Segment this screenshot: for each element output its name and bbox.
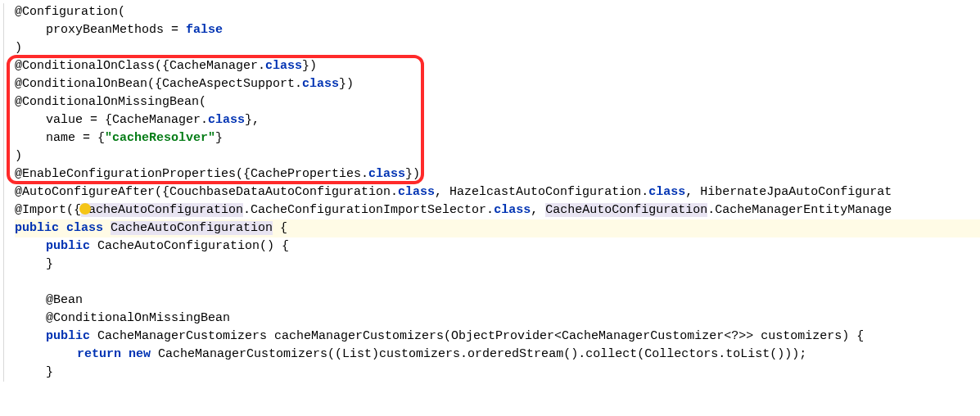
class-declaration-line[interactable]: public class CacheAutoConfiguration { <box>15 219 980 237</box>
keyword-public: public <box>15 221 59 235</box>
code-line[interactable]: @ConditionalOnMissingBean <box>15 310 980 328</box>
highlighted-usage: CacheAutoConfiguration <box>545 203 707 217</box>
keyword-class: class <box>398 185 435 199</box>
code-line[interactable]: @ConditionalOnBean({CacheAspectSupport.c… <box>15 75 980 93</box>
code-line[interactable]: } <box>15 255 980 274</box>
code-line[interactable]: return new CacheManagerCustomizers((List… <box>15 346 980 364</box>
annotation-bean: @Bean <box>46 293 83 307</box>
fold-gutter[interactable] <box>0 3 8 382</box>
class-name-declaration: CacheAutoConfiguration <box>111 221 273 235</box>
blank-line[interactable] <box>15 274 980 292</box>
code-line[interactable]: ) <box>15 147 980 165</box>
annotation-conditional-on-missing-bean: @ConditionalOnMissingBean <box>46 311 230 325</box>
code-line[interactable]: public CacheAutoConfiguration() { <box>15 237 980 255</box>
code-editor[interactable]: @Configuration( proxyBeanMethods = false… <box>0 0 980 385</box>
code-line[interactable]: public CacheManagerCustomizers cacheMana… <box>15 328 980 346</box>
code-line[interactable]: @Configuration( <box>15 3 980 21</box>
keyword-class: class <box>494 203 531 217</box>
annotation-conditional-on-bean: @ConditionalOnBean({CacheAspectSupport. <box>15 77 302 91</box>
fold-indicator-line <box>3 3 4 382</box>
annotation-configuration: @Configuration( <box>15 5 125 19</box>
annotation-autoconfigure-after: @AutoConfigureAfter({CouchbaseDataAutoCo… <box>15 185 398 199</box>
code-line[interactable]: @Import({CacheAutoConfiguration.CacheCon… <box>15 201 980 219</box>
lightbulb-icon[interactable] <box>79 203 91 215</box>
keyword-public: public <box>46 329 90 343</box>
code-line[interactable]: @ConditionalOnMissingBean( <box>15 93 980 111</box>
keyword-class: class <box>208 113 245 127</box>
annotation-conditional-on-missing-bean: @ConditionalOnMissingBean( <box>15 95 206 109</box>
keyword-class: class <box>302 77 339 91</box>
string-literal: "cacheResolver" <box>105 131 215 145</box>
annotation-enable-config-props: @EnableConfigurationProperties({CachePro… <box>15 167 368 181</box>
code-line[interactable]: } <box>15 364 980 382</box>
code-line[interactable]: proxyBeanMethods = false <box>15 21 980 39</box>
code-line[interactable]: ) <box>15 39 980 57</box>
keyword-public: public <box>46 239 90 253</box>
code-line[interactable]: @EnableConfigurationProperties({CachePro… <box>15 165 980 183</box>
code-line[interactable]: name = {"cacheResolver"} <box>15 129 980 147</box>
keyword-class: class <box>368 167 405 181</box>
code-line[interactable]: @AutoConfigureAfter({CouchbaseDataAutoCo… <box>15 183 980 201</box>
keyword-class: class <box>66 221 103 235</box>
keyword-return: return <box>77 347 121 361</box>
highlighted-usage: CacheAutoConfiguration <box>81 203 243 217</box>
code-line[interactable]: @Bean <box>15 292 980 310</box>
code-line[interactable]: @ConditionalOnClass({CacheManager.class}… <box>15 57 980 75</box>
keyword-class: class <box>648 185 685 199</box>
code-line[interactable]: value = {CacheManager.class}, <box>15 111 980 129</box>
code-content[interactable]: @Configuration( proxyBeanMethods = false… <box>7 3 980 382</box>
keyword-new: new <box>129 347 151 361</box>
annotation-conditional-on-class: @ConditionalOnClass({CacheManager. <box>15 59 265 73</box>
keyword-false: false <box>186 23 223 37</box>
keyword-class: class <box>265 59 302 73</box>
